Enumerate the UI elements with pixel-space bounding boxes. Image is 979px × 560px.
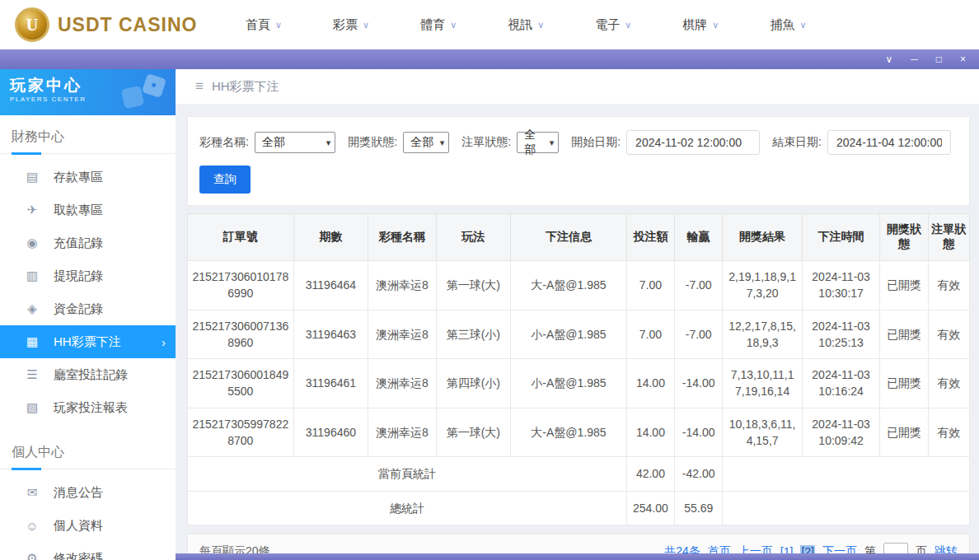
table-row: 2152173060018495500 31196461 澳洲幸运8 第四球(小… xyxy=(188,359,970,408)
cell-bet-info: 小-A盤@1.985 xyxy=(511,359,627,408)
cell-period: 31196461 xyxy=(293,359,368,408)
sidebar-item-cashout-record[interactable]: ▥ 提現記錄 xyxy=(0,259,176,292)
sidebar-item-hall-bet-record[interactable]: ☰ 廳室投註記錄 xyxy=(0,358,176,391)
cell-draw-result: 7,13,10,11,17,19,16,14 xyxy=(723,359,803,408)
cell-bet-time: 2024-11-03 10:25:13 xyxy=(802,310,879,359)
withdraw-icon: ✈ xyxy=(25,203,40,217)
cell-play-type: 第一球(大) xyxy=(436,408,510,457)
page-summary-empty xyxy=(723,457,970,491)
nav-item-video[interactable]: 視訊 ∨ xyxy=(508,17,544,33)
header-order-status: 注單狀態 xyxy=(928,214,969,261)
main-content: ≡ HH彩票下注 彩種名稱: 全部 ▾ 開獎狀態: 全部 ▾ 注單狀態: xyxy=(176,69,979,560)
order-status-select[interactable]: 全部 ▾ xyxy=(517,132,559,153)
cell-period: 31196463 xyxy=(293,310,368,359)
window-minimize-button[interactable]: ─ xyxy=(911,54,918,64)
nav-item-home[interactable]: 首頁 ∨ xyxy=(246,17,282,33)
page-summary-winloss: -42.00 xyxy=(675,457,723,491)
nav-item-label: 捕魚 xyxy=(770,17,794,33)
table-row: 2152173060101786990 31196464 澳洲幸运8 第一球(大… xyxy=(188,261,970,310)
sidebar-item-label: 廳室投註記錄 xyxy=(54,367,128,383)
sidebar-item-label: 存款專區 xyxy=(54,170,103,185)
breadcrumb: ≡ HH彩票下注 xyxy=(176,69,979,104)
announcement-icon: ✉ xyxy=(25,485,40,500)
cell-period: 31196464 xyxy=(293,261,368,310)
chevron-down-icon: ∨ xyxy=(537,21,544,30)
nav-item-board-games[interactable]: 棋牌 ∨ xyxy=(682,17,719,33)
table-row: 2152173059978228700 31196460 澳洲幸运8 第一球(大… xyxy=(188,408,970,457)
draw-status-label: 開獎狀態: xyxy=(348,135,397,150)
nav-item-sports[interactable]: 體育 ∨ xyxy=(420,17,457,33)
dropdown-arrow-icon: ▾ xyxy=(550,138,555,148)
top-bar: U USDT CASINO 首頁 ∨ 彩票 ∨ 體育 ∨ 視訊 ∨ 電子 ∨ 棋… xyxy=(0,0,979,49)
chevron-down-icon: ∨ xyxy=(625,21,631,30)
header-play-type: 玩法 xyxy=(436,214,510,261)
search-button[interactable]: 查詢 xyxy=(199,166,251,194)
dropdown-arrow-icon: ▾ xyxy=(326,138,331,148)
chevron-down-icon: ∨ xyxy=(712,21,719,30)
sidebar-item-label: HH彩票下注 xyxy=(54,334,121,350)
nav-item-electronic[interactable]: 電子 ∨ xyxy=(595,17,631,33)
cell-draw-result: 10,18,3,6,11,4,15,7 xyxy=(723,408,803,457)
total-summary-row: 總統計 254.00 55.69 xyxy=(188,491,970,525)
window-bottom-edge xyxy=(176,553,979,560)
cell-play-type: 第三球(小) xyxy=(436,310,510,359)
cell-play-type: 第一球(大) xyxy=(436,261,510,310)
nav-item-label: 視訊 xyxy=(508,17,532,33)
sidebar-item-lottery-bet[interactable]: ▦ HH彩票下注 › xyxy=(0,325,176,358)
sidebar-item-announcements[interactable]: ✉ 消息公告 xyxy=(0,476,176,509)
select-value: 全部 xyxy=(410,135,433,150)
start-date-input[interactable] xyxy=(626,130,760,155)
chevron-right-icon: › xyxy=(162,335,166,349)
window-maximize-button[interactable]: □ xyxy=(936,54,942,64)
page-summary-label: 當前頁統計 xyxy=(188,457,627,491)
logo-text: USDT CASINO xyxy=(58,14,197,36)
sidebar-item-player-report[interactable]: ▧ 玩家投注報表 xyxy=(0,391,176,424)
cell-order-no: 2152173060018495500 xyxy=(188,359,294,408)
cell-lottery-name: 澳洲幸运8 xyxy=(368,261,436,310)
nav-item-fishing[interactable]: 捕魚 ∨ xyxy=(770,17,806,33)
logo-icon: U xyxy=(15,7,49,42)
header-win-loss: 輸贏 xyxy=(675,214,723,261)
sidebar-item-deposit[interactable]: ▤ 存款專區 xyxy=(0,161,176,194)
nav-item-lottery[interactable]: 彩票 ∨ xyxy=(333,17,369,33)
hall-bet-record-icon: ☰ xyxy=(25,367,40,382)
cell-win-loss: -7.00 xyxy=(675,310,723,359)
sidebar-item-label: 資金記錄 xyxy=(54,301,103,317)
cell-bet-time: 2024-11-03 10:30:17 xyxy=(802,261,879,310)
lottery-name-label: 彩種名稱: xyxy=(199,135,249,150)
cell-bet-info: 大-A盤@1.985 xyxy=(511,261,627,310)
filter-panel: 彩種名稱: 全部 ▾ 開獎狀態: 全部 ▾ 注單狀態: 全部 ▾ xyxy=(187,116,970,206)
cell-draw-result: 2,19,1,18,9,17,3,20 xyxy=(723,261,803,310)
sidebar-item-profile[interactable]: ☺ 個人資料 xyxy=(0,509,176,542)
hamburger-menu-icon[interactable]: ≡ xyxy=(195,78,204,95)
cell-order-no: 2152173060071368960 xyxy=(188,310,294,359)
window-close-button[interactable]: × xyxy=(960,54,966,64)
draw-status-select[interactable]: 全部 ▾ xyxy=(403,132,449,153)
sidebar-item-withdraw[interactable]: ✈ 取款專區 xyxy=(0,194,176,226)
nav-item-label: 彩票 xyxy=(333,17,358,33)
end-date-input[interactable] xyxy=(827,130,951,155)
player-report-icon: ▧ xyxy=(25,400,40,415)
header-period: 期數 xyxy=(293,214,368,261)
sidebar-item-change-password[interactable]: ⚙ 修改密碼 xyxy=(0,542,176,560)
sidebar-item-label: 充值記錄 xyxy=(54,236,103,251)
sidebar-item-label: 玩家投注報表 xyxy=(54,400,128,416)
cell-draw-status: 已開獎 xyxy=(880,310,928,359)
header-lottery-name: 彩種名稱 xyxy=(368,214,436,261)
sidebar-item-funds-record[interactable]: ◈ 資金記錄 xyxy=(0,292,176,325)
sidebar: 玩家中心 PLAYERS CENTER 財務中心 ▤ 存款專區 ✈ 取款專區 ◉… xyxy=(0,69,176,560)
cell-bet-amount: 7.00 xyxy=(626,310,674,359)
sidebar-item-recharge-record[interactable]: ◉ 充值記錄 xyxy=(0,226,176,259)
cell-order-status: 有效 xyxy=(928,408,969,457)
header-draw-result: 開獎結果 xyxy=(723,214,803,261)
lottery-name-select[interactable]: 全部 ▾ xyxy=(255,132,335,153)
recharge-record-icon: ◉ xyxy=(25,236,40,250)
start-date-label: 開始日期: xyxy=(571,135,621,150)
chevron-down-icon: ∨ xyxy=(450,21,457,30)
header-bet-info: 下注信息 xyxy=(511,214,627,261)
window-collapse-button[interactable]: ∨ xyxy=(885,54,892,64)
sidebar-item-label: 個人資料 xyxy=(54,518,103,534)
players-center-title: 玩家中心 xyxy=(10,77,166,96)
sidebar-item-label: 消息公告 xyxy=(54,485,103,501)
chevron-down-icon: ∨ xyxy=(799,21,806,30)
